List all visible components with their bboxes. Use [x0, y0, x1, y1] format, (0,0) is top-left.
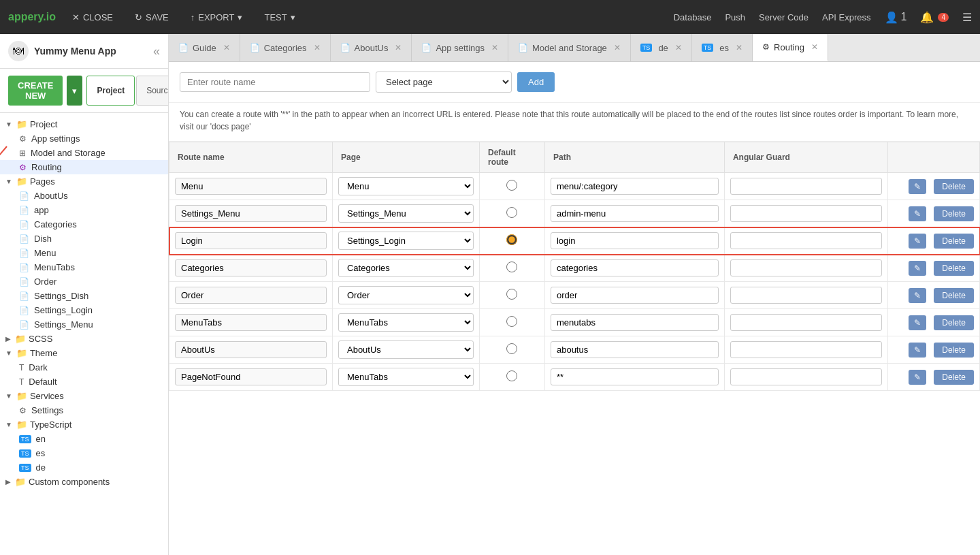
sidebar-item-categories[interactable]: 📄 Categories [0, 217, 168, 232]
user-icon-btn[interactable]: 👤 1 [885, 11, 907, 24]
route-edit-button[interactable]: ✎ [909, 315, 926, 330]
route-page-select-row[interactable]: MenuSettings_MenuSettings_LoginCategorie… [338, 368, 474, 386]
route-guard-field[interactable] [730, 232, 882, 249]
sidebar-item-ts-es[interactable]: TS es [0, 446, 168, 460]
project-tab-button[interactable]: Project [86, 76, 135, 106]
sidebar-item-ts-de[interactable]: TS de [0, 460, 168, 475]
route-page-select-row[interactable]: MenuSettings_MenuSettings_LoginCategorie… [338, 177, 474, 195]
route-delete-button[interactable]: Delete [934, 206, 974, 221]
tab-close-de[interactable]: ✕ [675, 43, 682, 52]
sidebar-item-menutabs[interactable]: 📄 MenuTabs [0, 260, 168, 274]
route-default-radio[interactable] [506, 343, 517, 354]
tab-close-model-storage[interactable]: ✕ [614, 43, 621, 52]
route-page-select-row[interactable]: MenuSettings_MenuSettings_LoginCategorie… [338, 313, 474, 332]
sidebar-item-settings-login[interactable]: 📄 Settings_Login [0, 303, 168, 317]
route-delete-button[interactable]: Delete [934, 261, 974, 276]
route-page-select-row[interactable]: MenuSettings_MenuSettings_LoginCategorie… [338, 232, 474, 250]
tab-es[interactable]: TS es ✕ [692, 34, 753, 61]
sidebar-item-typescript[interactable]: ▼ 📁 TypeScript [0, 417, 168, 432]
route-name-input[interactable] [180, 72, 370, 92]
route-page-select[interactable]: Select page Menu Settings_Menu Settings_… [376, 72, 512, 93]
sidebar-item-menu[interactable]: 📄 Menu [0, 246, 168, 260]
sidebar-item-order[interactable]: 📄 Order [0, 274, 168, 289]
route-delete-button[interactable]: Delete [934, 315, 974, 330]
sidebar-item-project[interactable]: ▼ 📁 Project [0, 117, 168, 131]
sidebar-item-dark[interactable]: T Dark [0, 360, 168, 375]
route-guard-field[interactable] [730, 314, 882, 331]
route-guard-field[interactable] [730, 368, 882, 385]
route-path-field[interactable] [551, 178, 719, 195]
sidebar-item-settings-dish[interactable]: 📄 Settings_Dish [0, 289, 168, 303]
tab-routing[interactable]: ⚙ Routing ✕ [753, 34, 828, 61]
route-default-radio[interactable] [506, 289, 517, 300]
route-path-field[interactable] [551, 287, 719, 304]
sidebar-item-dish[interactable]: 📄 Dish [0, 232, 168, 246]
route-default-radio[interactable] [506, 370, 517, 381]
route-page-select-row[interactable]: MenuSettings_MenuSettings_LoginCategorie… [338, 204, 474, 223]
route-edit-button[interactable]: ✎ [909, 234, 926, 249]
route-path-field[interactable] [551, 205, 719, 222]
route-edit-button[interactable]: ✎ [909, 206, 926, 221]
route-edit-button[interactable]: ✎ [909, 288, 926, 303]
route-name-field[interactable] [175, 368, 327, 385]
sidebar-item-custom-components[interactable]: ▶ 📁 Custom components [0, 475, 168, 489]
tab-close-guide[interactable]: ✕ [223, 43, 230, 52]
route-guard-field[interactable] [730, 341, 882, 358]
push-link[interactable]: Push [725, 12, 745, 22]
route-name-field[interactable] [175, 341, 327, 358]
route-name-field[interactable] [175, 232, 327, 249]
route-default-radio[interactable] [506, 180, 517, 191]
route-default-radio[interactable] [506, 316, 517, 327]
route-delete-button[interactable]: Delete [934, 179, 974, 194]
sidebar-item-app-settings[interactable]: ⚙ App settings [0, 131, 168, 146]
database-link[interactable]: Database [674, 12, 712, 22]
tab-close-app-settings[interactable]: ✕ [491, 43, 498, 52]
menu-icon-btn[interactable]: ☰ [962, 11, 972, 24]
tab-categories[interactable]: 📄 Categories ✕ [240, 34, 331, 61]
route-name-field[interactable] [175, 205, 327, 222]
sidebar-item-app[interactable]: 📄 app [0, 203, 168, 217]
route-delete-button[interactable]: Delete [934, 288, 974, 303]
route-edit-button[interactable]: ✎ [909, 261, 926, 276]
route-edit-button[interactable]: ✎ [909, 370, 926, 385]
sidebar-item-model-storage[interactable]: ⊞ Model and Storage [0, 146, 168, 160]
save-button[interactable]: ↻ SAVE [129, 10, 174, 25]
close-button[interactable]: ✕ CLOSE [67, 10, 118, 25]
tab-app-settings[interactable]: 📄 App settings ✕ [412, 34, 508, 61]
route-delete-button[interactable]: Delete [934, 234, 974, 249]
sidebar-item-routing[interactable]: ⚙ Routing [0, 160, 168, 174]
route-guard-field[interactable] [730, 287, 882, 304]
route-default-radio[interactable] [506, 261, 517, 272]
route-delete-button[interactable]: Delete [934, 343, 974, 358]
create-new-arrow-button[interactable]: ▾ [67, 76, 82, 106]
route-name-field[interactable] [175, 259, 327, 276]
tab-aboutus[interactable]: 📄 AboutUs ✕ [331, 34, 412, 61]
sidebar-item-ts-en[interactable]: TS en [0, 432, 168, 446]
route-page-select-row[interactable]: MenuSettings_MenuSettings_LoginCategorie… [338, 286, 474, 304]
test-button[interactable]: TEST ▾ [259, 10, 300, 25]
export-button[interactable]: ↑ EXPORT ▾ [185, 10, 248, 25]
tab-guide[interactable]: 📄 Guide ✕ [169, 34, 240, 61]
sidebar-item-services[interactable]: ▼ 📁 Services [0, 389, 168, 403]
route-path-field[interactable] [551, 259, 719, 276]
sidebar-item-theme[interactable]: ▼ 📁 Theme [0, 346, 168, 360]
add-route-button[interactable]: Add [517, 72, 555, 92]
tab-close-categories[interactable]: ✕ [314, 43, 321, 52]
sidebar-collapse-button[interactable]: « [153, 44, 160, 59]
sidebar-item-settings-service[interactable]: ⚙ Settings [0, 403, 168, 417]
create-new-button[interactable]: CREATE NEW [8, 76, 63, 106]
route-path-field[interactable] [551, 368, 719, 385]
route-edit-button[interactable]: ✎ [909, 179, 926, 194]
sidebar-item-settings-menu[interactable]: 📄 Settings_Menu [0, 317, 168, 332]
route-name-field[interactable] [175, 314, 327, 331]
sidebar-item-scss[interactable]: ▶ 📁 SCSS [0, 332, 168, 346]
route-page-select-row[interactable]: MenuSettings_MenuSettings_LoginCategorie… [338, 259, 474, 277]
route-default-radio[interactable] [506, 234, 517, 245]
route-path-field[interactable] [551, 341, 719, 358]
server-code-link[interactable]: Server Code [759, 12, 808, 22]
route-name-field[interactable] [175, 178, 327, 195]
route-guard-field[interactable] [730, 178, 882, 195]
route-path-field[interactable] [551, 314, 719, 331]
route-guard-field[interactable] [730, 205, 882, 222]
api-express-link[interactable]: API Express [822, 12, 871, 22]
